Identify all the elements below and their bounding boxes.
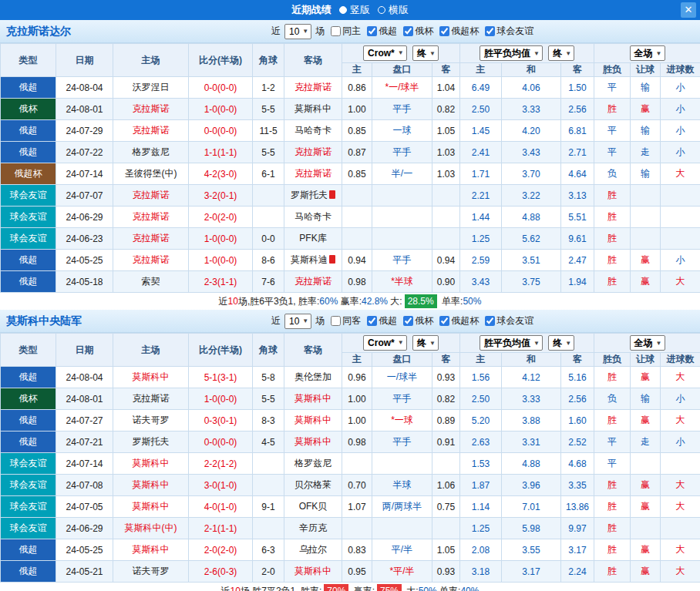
team-link[interactable]: 奥伦堡加 [294,371,331,382]
score-cell[interactable]: 0-0(0-0) [189,77,253,99]
scope-select[interactable]: 全场▼ [630,335,665,351]
team-link[interactable]: 克拉斯诺 [294,146,331,157]
team-link[interactable]: 克拉斯诺 [133,254,170,265]
league-checkbox[interactable] [485,26,495,36]
score-cell[interactable]: 2-0(2-0) [189,539,253,561]
handicap-cell: 平手 [372,142,432,163]
close-button[interactable]: ✕ [681,2,696,18]
team-link[interactable]: OFK贝 [299,501,328,512]
team-link[interactable]: 莫斯科中 [133,479,170,490]
same-side-filter[interactable]: 同主 [331,25,361,38]
avg-type-select[interactable]: 胜平负均值▼ [480,45,543,61]
team-link[interactable]: 马哈奇卡 [294,211,331,222]
team-link[interactable]: 莫斯科中 [294,103,331,114]
same-side-filter[interactable]: 同客 [331,314,361,327]
league-checkbox[interactable] [439,26,449,36]
team-link[interactable]: 克拉斯诺 [294,276,331,287]
score-cell[interactable]: 2-0(2-0) [189,207,253,228]
league-filter-3[interactable]: 球会友谊 [485,25,533,38]
league-checkbox[interactable] [403,26,413,36]
team-link[interactable]: 克拉斯诺 [133,233,170,243]
team-link[interactable]: 诺夫哥罗 [133,566,170,576]
team-link[interactable]: 莫斯科中(中) [125,522,177,533]
team-link[interactable]: 马哈奇卡 [294,125,331,136]
team-link[interactable]: 莫斯科中 [294,415,331,425]
score-cell[interactable]: 0-0(0-0) [189,120,253,142]
layout-vertical-radio[interactable]: 竖版 [339,3,370,17]
score-cell[interactable]: 1-0(0-0) [189,228,253,250]
scope-select[interactable]: 全场▼ [630,45,665,61]
team-link[interactable]: 克拉斯诺 [133,103,170,114]
team-link[interactable]: 克拉斯诺 [133,393,170,404]
score-cell[interactable]: 1-0(0-0) [189,388,253,410]
team-link[interactable]: 莫斯科中 [133,501,170,512]
team-link[interactable]: 圣彼得堡(中) [125,168,177,179]
team-link[interactable]: 莫斯科中 [294,566,331,576]
team-link[interactable]: 克拉斯诺 [133,190,170,200]
score-cell[interactable]: 2-2(1-2) [189,453,253,475]
score-cell[interactable]: 3-2(0-1) [189,185,253,207]
avg-final-select[interactable]: 终▼ [548,335,574,351]
league-checkbox[interactable] [367,26,377,36]
odds-away-cell: 1.03 [432,142,460,163]
team-link[interactable]: 乌拉尔 [299,544,327,555]
league-filter-1[interactable]: 俄杯 [403,314,433,327]
match-count-select[interactable]: 10▼ [284,314,311,329]
league-checkbox[interactable] [367,316,377,326]
score-cell[interactable]: 3-0(1-0) [189,475,253,496]
league-filter-1[interactable]: 俄杯 [403,25,433,38]
odds-company-select[interactable]: Crow*▼ [363,45,407,61]
score-cell[interactable]: 1-0(0-0) [189,250,253,271]
team-link[interactable]: 克拉斯诺 [133,211,170,222]
score-cell[interactable]: 2-3(1-1) [189,271,253,293]
same-side-checkbox[interactable] [331,26,341,36]
league-checkbox[interactable] [485,316,495,326]
team-link[interactable]: 莫斯科中 [133,458,170,468]
league-checkbox[interactable] [439,316,449,326]
team-link[interactable]: 索契 [142,276,160,287]
odds-final-select[interactable]: 终▼ [412,335,439,351]
radio-unselected-icon [378,6,385,14]
team-link[interactable]: 贝尔格莱 [294,479,331,490]
team-link[interactable]: 罗斯托夫 [133,436,170,447]
score-cell[interactable]: 1-0(0-0) [189,99,253,120]
score-cell[interactable]: 0-3(0-1) [189,410,253,431]
same-side-checkbox[interactable] [331,316,341,326]
team-link[interactable]: 莫斯科中 [294,393,331,404]
score-cell[interactable]: 2-1(1-1) [189,518,253,539]
team-link[interactable]: 罗斯托夫 [291,190,328,200]
layout-horizontal-radio[interactable]: 横版 [378,3,409,17]
score-cell[interactable]: 5-1(3-1) [189,367,253,388]
league-filter-3[interactable]: 球会友谊 [485,314,533,327]
score-cell[interactable]: 1-1(1-1) [189,142,253,163]
score-cell[interactable]: 2-6(0-3) [189,561,253,583]
league-filter-0[interactable]: 俄超 [367,314,397,327]
odds-final-select[interactable]: 终▼ [412,45,439,61]
match-count-select[interactable]: 10▼ [284,24,311,39]
team-link[interactable]: 克拉斯诺 [294,168,331,179]
team-link[interactable]: 诺夫哥罗 [133,415,170,425]
corners-cell: 8-3 [253,410,284,431]
team-link[interactable]: 莫斯科中 [133,371,170,382]
team-link[interactable]: 莫斯科中 [294,436,331,447]
league-checkbox[interactable] [403,316,413,326]
team-link[interactable]: PFK库 [299,233,326,243]
team-link[interactable]: 沃罗涅日 [133,82,170,92]
odds-company-select[interactable]: Crow*▼ [363,335,407,351]
team-link[interactable]: 莫斯科中 [133,544,170,555]
league-filter-0[interactable]: 俄超 [367,25,397,38]
team-link[interactable]: 莫斯科迪 [291,254,328,265]
score-cell[interactable]: 0-0(0-0) [189,431,253,453]
avg-final-select[interactable]: 终▼ [548,45,574,61]
score-cell[interactable]: 4-0(1-0) [189,496,253,518]
match-date-cell: 24-07-14 [56,453,113,475]
team-link[interactable]: 辛历克 [299,522,327,533]
team-link[interactable]: 格罗兹尼 [133,146,170,157]
team-link[interactable]: 克拉斯诺 [294,82,331,92]
score-cell[interactable]: 4-2(3-0) [189,163,253,185]
team-link[interactable]: 克拉斯诺 [133,125,170,136]
league-filter-2[interactable]: 俄超杯 [439,314,479,327]
league-filter-2[interactable]: 俄超杯 [439,25,479,38]
avg-type-select[interactable]: 胜平负均值▼ [480,335,543,351]
team-link[interactable]: 格罗兹尼 [294,458,331,468]
